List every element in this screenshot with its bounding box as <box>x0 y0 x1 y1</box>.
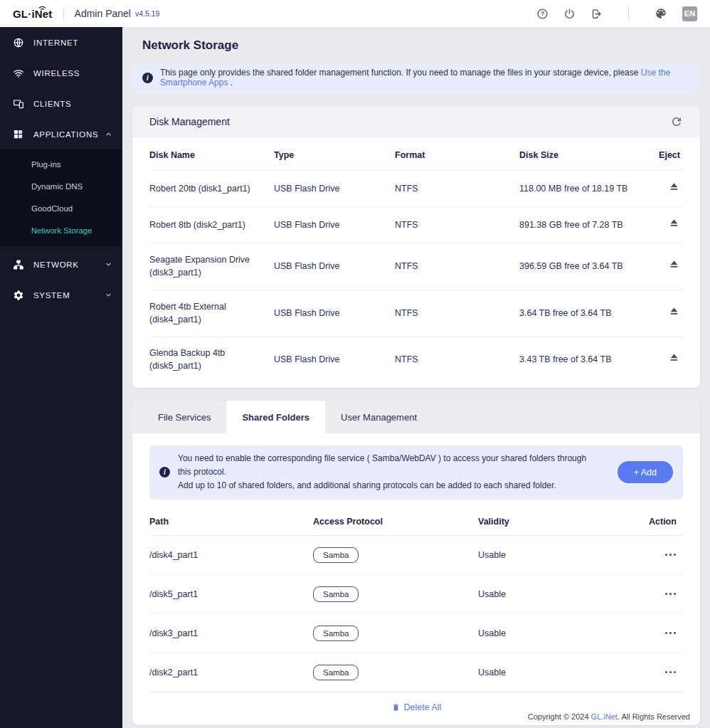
wifi-mark-icon <box>38 5 46 11</box>
protocol-badge: Samba <box>313 626 359 641</box>
topbar-divider <box>63 8 64 19</box>
eject-icon[interactable] <box>668 217 680 229</box>
info-icon: i <box>142 73 153 83</box>
sidebar-item-label: SYSTEM <box>33 291 70 300</box>
eject-icon[interactable] <box>668 258 680 270</box>
sidebar-subitem-network-storage[interactable]: Network Storage <box>0 219 122 241</box>
table-row: Glenda Backup 4tb (disk5_part1) USB Flas… <box>149 337 683 382</box>
page-title: Network Storage <box>142 38 700 53</box>
sidebar-item-internet[interactable]: INTERNET <box>0 27 122 58</box>
col-validity: Validity <box>478 517 649 527</box>
disk-type: USB Flash Drive <box>274 353 395 366</box>
sidebar-item-label: CLIENTS <box>33 100 71 108</box>
protocol-badge: Samba <box>313 586 359 602</box>
col-access-protocol: Access Protocol <box>313 517 478 527</box>
eject-icon[interactable] <box>668 305 680 317</box>
col-disk-name: Disk Name <box>149 150 274 160</box>
topbar-actions: ? EN <box>536 6 697 21</box>
sidebar-item-label: WIRELESS <box>33 69 80 78</box>
chevron-up-icon <box>105 130 112 138</box>
disk-management-header: Disk Management <box>132 106 700 137</box>
sidebar-item-clients[interactable]: CLIENTS <box>0 88 122 119</box>
disk-format: NTFS <box>395 182 519 195</box>
shared-folders-table: Path Access Protocol Validity Action /di… <box>149 508 683 692</box>
sidebar-item-label: NETWORK <box>33 260 79 269</box>
tab-file-services[interactable]: File Services <box>142 401 226 433</box>
footer-copyright: Copyright © 2024 GL.iNet. All Rights Res… <box>528 712 690 721</box>
disk-name: Robert 4tb External (disk4_part1) <box>149 300 274 326</box>
more-actions-icon[interactable] <box>665 590 676 598</box>
delete-all-button[interactable]: Delete All <box>391 702 442 712</box>
sidebar-subitem-goodcloud[interactable]: GoodCloud <box>0 197 122 219</box>
power-icon[interactable] <box>563 8 576 20</box>
more-actions-icon[interactable] <box>665 629 676 637</box>
logout-icon[interactable] <box>590 8 603 20</box>
sidebar-subitem-plugins[interactable]: Plug-ins <box>0 153 122 175</box>
gear-icon <box>13 290 24 301</box>
eject-icon[interactable] <box>668 181 680 193</box>
tab-shared-folders[interactable]: Shared Folders <box>226 401 325 433</box>
col-path: Path <box>149 517 313 527</box>
sidebar-item-label: APPLICATIONS <box>33 130 98 139</box>
disk-format: NTFS <box>395 260 519 273</box>
folder-validity: Usable <box>478 628 649 638</box>
disk-format: NTFS <box>395 218 519 231</box>
main-content: Network Storage i This page only provide… <box>122 27 710 728</box>
table-row: /disk4_part1 Samba Usable <box>149 536 683 575</box>
language-badge[interactable]: EN <box>682 6 697 21</box>
tab-bar: File Services Shared Folders User Manage… <box>132 401 700 433</box>
col-action: Action <box>649 517 684 527</box>
refresh-icon[interactable] <box>670 115 683 128</box>
logo-text: GL·iNet <box>13 8 53 20</box>
wifi-icon <box>13 68 24 79</box>
globe-icon <box>13 37 24 48</box>
trash-icon <box>391 702 401 712</box>
app-title: Admin Panel <box>75 8 131 19</box>
disk-table: Disk Name Type Format Disk Size Eject Ro… <box>149 140 683 388</box>
disk-format: NTFS <box>395 307 519 320</box>
more-actions-icon[interactable] <box>665 668 676 676</box>
disk-size: 396.59 GB free of 3.64 TB <box>519 260 655 273</box>
applications-submenu: Plug-ins Dynamic DNS GoodCloud Network S… <box>0 149 122 247</box>
tab-user-management[interactable]: User Management <box>325 401 433 433</box>
disk-name: Glenda Backup 4tb (disk5_part1) <box>149 347 274 372</box>
folder-path: /disk4_part1 <box>149 550 313 560</box>
help-icon[interactable]: ? <box>536 8 549 20</box>
shared-folders-card: File Services Shared Folders User Manage… <box>132 401 700 725</box>
topbar-divider <box>628 8 629 19</box>
table-row: Seagate Expansion Drive (disk3_part1) US… <box>149 243 683 290</box>
network-icon <box>13 259 24 270</box>
more-actions-icon[interactable] <box>665 551 676 559</box>
disk-name: Robert 8tb (disk2_part1) <box>149 218 274 231</box>
table-row: /disk2_part1 Samba Usable <box>149 653 683 692</box>
folder-path: /disk2_part1 <box>149 668 313 677</box>
sidebar-item-network[interactable]: NETWORK <box>0 249 122 280</box>
apps-grid-icon <box>13 129 24 139</box>
info-icon: i <box>159 467 170 478</box>
col-format: Format <box>395 150 519 160</box>
sidebar: INTERNET WIRELESS CLIENTS APPLICATIONS <box>0 27 122 728</box>
add-button[interactable]: + Add <box>618 461 673 483</box>
table-row: Robert 4tb External (disk4_part1) USB Fl… <box>149 290 683 337</box>
disk-size: 3.43 TB free of 3.64 TB <box>519 353 655 366</box>
sidebar-item-wireless[interactable]: WIRELESS <box>0 58 122 88</box>
folder-validity: Usable <box>478 668 649 677</box>
sidebar-item-applications[interactable]: APPLICATIONS <box>0 119 122 149</box>
palette-icon[interactable] <box>655 7 667 20</box>
disk-size: 891.38 GB free of 7.28 TB <box>519 218 655 231</box>
disk-type: USB Flash Drive <box>274 218 395 231</box>
topbar: GL·iNet Admin Panel v4.5.19 ? <box>0 0 710 27</box>
chevron-down-icon <box>105 260 112 268</box>
shared-folders-table-header: Path Access Protocol Validity Action <box>149 508 683 536</box>
disk-management-title: Disk Management <box>149 116 230 127</box>
sidebar-item-system[interactable]: SYSTEM <box>0 280 122 310</box>
disk-size: 3.64 TB free of 3.64 TB <box>519 307 655 320</box>
glinet-link[interactable]: GL.iNet <box>591 712 618 721</box>
disk-management-card: Disk Management Disk Name Type Format Di… <box>132 106 700 388</box>
eject-icon[interactable] <box>668 352 680 364</box>
table-row: /disk3_part1 Samba Usable <box>149 614 683 653</box>
table-row: Robert 8tb (disk2_part1) USB Flash Drive… <box>149 207 683 243</box>
sidebar-item-label: INTERNET <box>33 38 78 47</box>
page-info-banner: i This page only provides the shared fol… <box>132 62 700 93</box>
sidebar-subitem-dynamic-dns[interactable]: Dynamic DNS <box>0 175 122 197</box>
